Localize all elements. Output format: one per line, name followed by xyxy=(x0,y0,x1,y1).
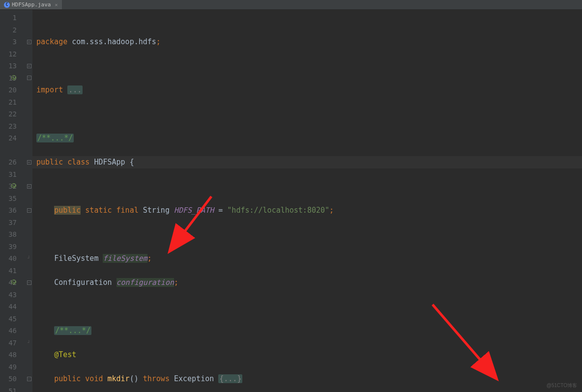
line-number[interactable]: 42 xyxy=(0,277,17,289)
tab-filename: HDFSApp.java xyxy=(12,1,51,8)
fold-expand-icon[interactable]: + xyxy=(27,40,31,44)
fold-expand-icon[interactable]: + xyxy=(27,160,31,165)
line-number[interactable]: 13 xyxy=(0,60,17,72)
line-number[interactable]: 43 xyxy=(0,289,17,301)
file-tab[interactable]: C HDFSApp.java ✕ xyxy=(0,0,62,9)
line-number[interactable]: 50 xyxy=(0,373,17,385)
line-number[interactable]: 21 xyxy=(0,96,17,109)
line-number[interactable]: 23 xyxy=(0,120,17,133)
line-number[interactable]: 32 xyxy=(0,180,17,193)
code-area[interactable]: package com.sss.hadoop.hdfs; import ... … xyxy=(32,10,582,392)
line-number[interactable]: 46 xyxy=(0,325,17,337)
override-marker-icon[interactable] xyxy=(11,75,16,80)
line-number[interactable]: 2 xyxy=(0,24,17,36)
override-marker-icon[interactable] xyxy=(11,280,16,284)
line-number[interactable]: 40 xyxy=(0,252,17,265)
java-class-icon: C xyxy=(4,2,10,8)
line-number[interactable]: 44 xyxy=(0,301,17,313)
watermark: @51CTO博客 xyxy=(547,382,577,389)
line-number[interactable]: 26 xyxy=(0,156,17,168)
tab-bar: C HDFSApp.java ✕ xyxy=(0,0,582,10)
line-number-gutter[interactable]: 1231213192021222324263132353637383940414… xyxy=(0,10,26,392)
fold-collapse-icon[interactable]: − xyxy=(27,280,31,285)
fold-column[interactable]: ++−++−┘−┘−┘ xyxy=(26,10,32,392)
line-number[interactable]: 48 xyxy=(0,349,17,361)
line-number[interactable]: 1 xyxy=(0,12,17,24)
folded-doc[interactable]: /**...*/ xyxy=(36,134,74,142)
folded-doc[interactable]: /**...*/ xyxy=(54,326,91,335)
line-number[interactable]: 19 xyxy=(0,72,17,84)
editor: 1231213192021222324263132353637383940414… xyxy=(0,10,582,392)
line-number[interactable]: 31 xyxy=(0,168,17,181)
line-number[interactable]: 38 xyxy=(0,228,17,241)
line-number[interactable]: 20 xyxy=(0,84,17,96)
line-number[interactable]: 37 xyxy=(0,217,17,229)
line-number[interactable]: 36 xyxy=(0,204,17,217)
line-number[interactable]: 12 xyxy=(0,48,17,60)
fold-collapse-icon[interactable]: − xyxy=(27,208,31,213)
line-number[interactable]: 39 xyxy=(0,241,17,253)
fold-expand-icon[interactable]: + xyxy=(27,64,31,68)
line-number[interactable]: 22 xyxy=(0,108,17,120)
line-number[interactable]: 47 xyxy=(0,337,17,349)
line-number[interactable]: 3 xyxy=(0,36,17,48)
line-number[interactable]: 49 xyxy=(0,361,17,373)
override-marker-icon[interactable] xyxy=(11,183,16,188)
fold-collapse-icon[interactable]: − xyxy=(27,377,31,381)
line-number[interactable] xyxy=(0,144,17,157)
close-icon[interactable]: ✕ xyxy=(55,2,58,7)
line-number[interactable]: 45 xyxy=(0,313,17,325)
fold-expand-icon[interactable]: + xyxy=(27,184,31,189)
line-number[interactable]: 24 xyxy=(0,132,17,144)
line-number[interactable]: 51 xyxy=(0,385,17,392)
folded-imports[interactable]: ... xyxy=(67,85,83,94)
line-number[interactable]: 41 xyxy=(0,265,17,277)
folded-body[interactable]: {...} xyxy=(218,374,242,383)
fold-collapse-icon[interactable]: − xyxy=(27,76,31,80)
line-number[interactable]: 35 xyxy=(0,193,17,205)
